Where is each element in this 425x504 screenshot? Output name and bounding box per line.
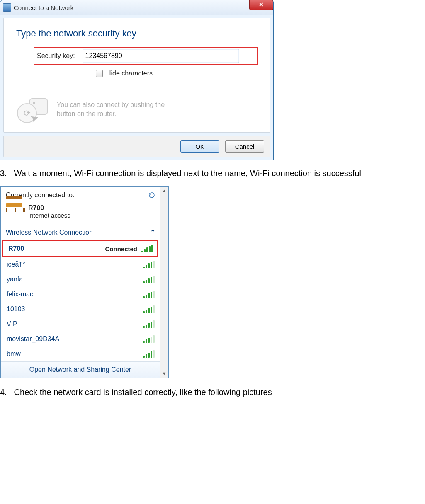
signal-strength-icon (143, 350, 155, 358)
network-flyout-header: Currently connected to: (1, 187, 160, 202)
wifi-item-status: Connected (105, 245, 137, 252)
connected-network-name: R700 (28, 204, 70, 212)
scroll-up-icon[interactable]: ▲ (162, 188, 167, 193)
wifi-item-name: R700 (8, 245, 24, 252)
wps-icon: ⟳ ➤ (16, 94, 51, 125)
network-flyout: Currently connected to: R700 Internet ac… (0, 186, 169, 378)
ok-button-label: OK (195, 143, 204, 150)
wifi-item-felix-mac[interactable]: felix-mac (2, 287, 159, 302)
wifi-item-name: 10103 (7, 305, 25, 313)
hide-characters-row[interactable]: Hide characters (96, 70, 257, 77)
signal-strength-icon (143, 291, 155, 298)
signal-strength-icon (143, 276, 155, 283)
refresh-icon (148, 191, 155, 199)
wifi-item-movistar_09D34A[interactable]: movistar_09D34A (2, 332, 159, 346)
wifi-item-VIP[interactable]: VIP (2, 317, 159, 332)
wps-hint: ⟳ ➤ You can also connect by pushing the … (16, 94, 257, 125)
wifi-item-name: movistar_09D34A (7, 335, 59, 343)
wifi-item-R700[interactable]: R700Connected (3, 241, 157, 256)
wifi-item-iceå†°[interactable]: iceå†° (2, 257, 159, 272)
dialog-heading: Type the network security key (16, 28, 257, 39)
separator (16, 87, 257, 87)
open-sharing-center-link[interactable]: Open Network and Sharing Center (1, 361, 160, 378)
security-key-row: Security key: (34, 48, 257, 64)
wireless-section-header[interactable]: Wireless Network Connection ⌃ (1, 223, 160, 240)
step-4-text: Check the network card is installed corr… (14, 388, 272, 397)
security-key-label: Security key: (37, 52, 75, 60)
wps-text-line2: button on the router. (57, 109, 165, 119)
step-3-text: Wait a moment, Wi-Fi connection is displ… (14, 169, 361, 178)
refresh-button[interactable] (147, 191, 156, 200)
wireless-network-list: R700Connectediceå†°yanfafelix-mac10103VI… (1, 240, 160, 361)
step-3-number: 3. (0, 169, 12, 178)
cancel-button-label: Cancel (235, 143, 255, 150)
step-4-number: 4. (0, 388, 12, 397)
wifi-item-bmw[interactable]: bmw (2, 346, 159, 361)
wifi-item-name: iceå†° (7, 261, 25, 268)
step-3: 3. Wait a moment, Wi-Fi connection is di… (0, 169, 425, 178)
connected-network-block: R700 Internet access (1, 202, 160, 223)
dialog-title: Connect to a Network (14, 4, 73, 11)
wireless-section-label: Wireless Network Connection (6, 229, 93, 236)
security-key-input[interactable] (83, 49, 239, 63)
close-icon: ✕ (259, 1, 264, 8)
wifi-item-name: bmw (7, 350, 21, 358)
connect-network-dialog: Connect to a Network ✕ Type the network … (0, 0, 274, 160)
scrollbar[interactable]: ▲ ▼ (160, 187, 168, 378)
dialog-titlebar[interactable]: Connect to a Network ✕ (0, 0, 273, 15)
scroll-down-icon[interactable]: ▼ (162, 371, 167, 376)
dialog-body: Type the network security key Security k… (3, 18, 270, 133)
chevron-up-icon: ⌃ (150, 228, 155, 236)
open-sharing-center-label: Open Network and Sharing Center (29, 366, 131, 373)
network-icon (3, 3, 11, 12)
wps-text-line1: You can also connect by pushing the (57, 100, 165, 109)
wifi-item-name: yanfa (7, 276, 23, 283)
signal-strength-icon (143, 335, 155, 343)
cancel-button[interactable]: Cancel (225, 140, 264, 153)
signal-strength-icon (143, 261, 155, 268)
dialog-footer: OK Cancel (3, 136, 270, 157)
step-4: 4. Check the network card is installed c… (0, 388, 425, 397)
wifi-item-name: VIP (7, 320, 17, 328)
wifi-item-yanfa[interactable]: yanfa (2, 272, 159, 287)
hide-characters-checkbox[interactable] (96, 70, 103, 77)
wifi-item-name: felix-mac (7, 291, 33, 298)
connected-network-status: Internet access (28, 212, 70, 219)
signal-strength-icon (141, 245, 153, 252)
network-category-icon (6, 204, 25, 219)
signal-strength-icon (143, 320, 155, 328)
signal-strength-icon (143, 305, 155, 313)
hide-characters-label: Hide characters (106, 70, 153, 77)
close-button[interactable]: ✕ (249, 0, 273, 10)
wifi-item-10103[interactable]: 10103 (2, 302, 159, 317)
ok-button[interactable]: OK (180, 140, 219, 153)
